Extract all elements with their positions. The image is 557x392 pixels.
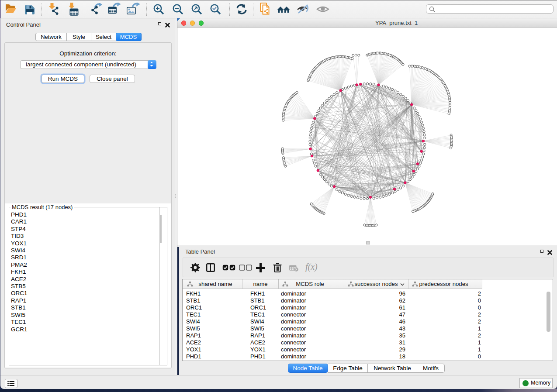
svg-text:f(x): f(x) [305,263,318,272]
